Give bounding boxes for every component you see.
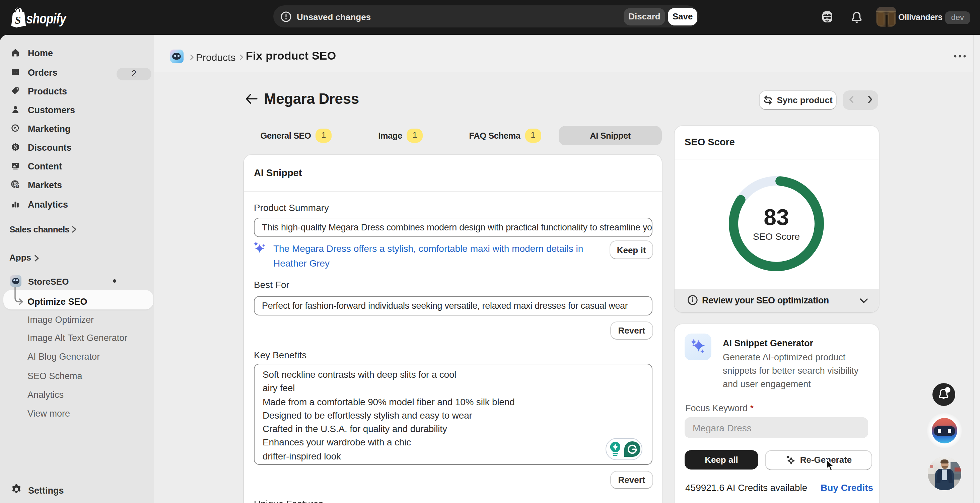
svg-text:$: $	[16, 185, 18, 188]
svg-text:shopify: shopify	[27, 10, 67, 27]
svg-text:S: S	[15, 14, 21, 26]
